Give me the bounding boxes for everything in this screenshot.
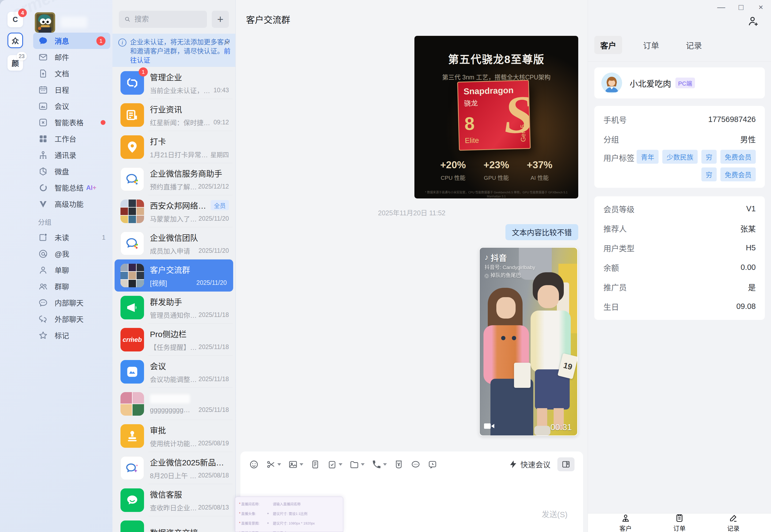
chevron-down-icon[interactable] [361, 463, 365, 466]
sidebar-item-label: 单聊 [55, 265, 69, 275]
banner-close-icon[interactable]: × [225, 38, 230, 47]
file-icon[interactable] [310, 460, 320, 469]
tab-customer[interactable]: 客户 [594, 36, 622, 54]
list-item[interactable]: 企业微信团队 成员加入申请2025/11/20 [112, 227, 235, 259]
folder-icon[interactable] [349, 460, 365, 469]
list-item[interactable]: 企业微信服务商助手 预约直播了解…2025/12/12 [112, 163, 235, 195]
chat-title: 西安众邦网络科… [150, 199, 211, 211]
chat-avatar-broadcast [120, 296, 144, 319]
user-tag[interactable]: 免费会员 [720, 150, 756, 164]
chat-time: 2025/11/18 [199, 406, 229, 414]
live-settings-popup[interactable]: *直播间名称:请输入直播间名称 *直播头像:+建议尺寸: 需设1:1比例 *直播… [235, 497, 343, 532]
sidebar-item-label: 日程 [55, 85, 69, 95]
tab-orders[interactable]: 订单 [637, 36, 665, 54]
emoji-icon[interactable] [249, 460, 259, 469]
sidebar-item-calendar[interactable]: 日程 [33, 82, 110, 98]
add-member-icon[interactable] [747, 15, 759, 28]
bottom-tab-customer[interactable]: 客户 [620, 513, 632, 532]
panel-toggle-button[interactable] [557, 457, 574, 471]
list-item[interactable]: 1 管理企业 当前企业未认证，…10:43 [112, 67, 235, 99]
sidebar-item-messages[interactable]: 消息 1 [33, 33, 110, 49]
sidebar-item-at-me[interactable]: @我 [33, 246, 110, 262]
send-button[interactable]: 发送(S) [541, 508, 567, 519]
unread-badge: 4 [18, 9, 27, 17]
app-tile-yan[interactable]: 颜 23 [7, 55, 23, 71]
close-button[interactable]: × [755, 3, 766, 12]
ai-plus-label: AI+ [86, 184, 96, 192]
chat-history-icon[interactable] [427, 460, 437, 469]
red-packet-icon[interactable] [394, 460, 404, 469]
user-tag[interactable]: 穷 [701, 150, 717, 164]
chat-preview: 使用统计功能… [150, 438, 197, 448]
sidebar: 消息 1 邮件 文档 日程 会议 智能表格 [31, 0, 112, 532]
search-input[interactable] [134, 15, 202, 24]
sidebar-item-unread[interactable]: 未读 1 [33, 229, 110, 246]
sidebar-item-docs[interactable]: 文档 [33, 65, 110, 82]
sidebar-item-drive[interactable]: 微盘 [33, 163, 110, 179]
image-message-snapdragon[interactable]: 第五代骁龙8至尊版 第三代 3nm 工艺，搭载全大核CPU架构 S Snapdr… [414, 36, 578, 198]
chevron-down-icon[interactable] [383, 463, 387, 466]
bottom-tab-orders[interactable]: 订单 [673, 513, 686, 532]
field-label: 用户类型 [604, 242, 635, 254]
sidebar-item-workbench[interactable]: 工作台 [33, 131, 110, 147]
todo-icon[interactable] [327, 460, 342, 469]
minimize-button[interactable]: — [716, 3, 727, 12]
quick-meeting-button[interactable]: 快速会议 [509, 459, 550, 470]
sidebar-item-mail[interactable]: 邮件 [33, 49, 110, 65]
list-item-selected[interactable]: 客户交流群 [视频]2025/11/20 [114, 259, 233, 292]
chat-time: 2025/11/20 [197, 279, 227, 286]
list-item[interactable]: 行业资讯 红星新闻：保时捷…09:12 [112, 99, 235, 131]
sidebar-item-external-chat[interactable]: 外部聊天 [33, 311, 110, 327]
sidebar-item-label: @我 [55, 248, 69, 259]
tab-records[interactable]: 记录 [680, 36, 708, 54]
sidebar-item-group-chat[interactable]: 群聊 [33, 278, 110, 294]
list-item[interactable]: 数据资产交接 [112, 516, 235, 532]
list-item[interactable]: 企业微信2025新品发布 8月20日上午 …2025/08/18 [112, 452, 235, 484]
list-item[interactable]: crṁeb Pro侧边栏 【任务提醒】…2025/11/18 [112, 324, 235, 356]
list-item[interactable]: ggggggggg…2025/11/18 [112, 388, 235, 420]
phone-icon[interactable] [372, 460, 387, 469]
screenshot-icon[interactable] [266, 460, 281, 469]
chat-time: 星期四 [211, 150, 229, 159]
chat-time: 2025/08/13 [198, 504, 229, 511]
maximize-button[interactable]: □ [736, 3, 746, 12]
image-icon[interactable] [288, 460, 303, 469]
list-item[interactable]: 微信客服 查收昨日企业…2025/08/13 [112, 484, 235, 516]
list-item[interactable]: 打卡 1月21日打卡异常…星期四 [112, 131, 235, 163]
sidebar-item-starred[interactable]: 标记 [33, 327, 110, 343]
video-message[interactable]: 19 ♪抖音 抖音号: Candygirlbaby Q掉队的鱼尾巴 00:31 [479, 247, 578, 436]
user-tag[interactable]: 免费会员 [720, 167, 756, 181]
chevron-down-icon[interactable] [300, 463, 303, 466]
sidebar-item-smart-table[interactable]: 智能表格 [33, 114, 110, 131]
add-chat-button[interactable]: + [212, 11, 229, 28]
sidebar-item-meeting[interactable]: 会议 [33, 98, 110, 114]
more-icon[interactable] [411, 460, 421, 469]
sidebar-item-label: 工作台 [55, 133, 76, 144]
sidebar-item-direct-chat[interactable]: 单聊 [33, 262, 110, 278]
message-timestamp: 2025年11月20日 11:52 [236, 208, 588, 217]
field-value: 是 [748, 281, 756, 293]
info-icon: i [118, 39, 126, 47]
list-item[interactable]: 审批 使用统计功能…2025/08/19 [112, 420, 235, 452]
list-item[interactable]: 群发助手 管理员通知你…2025/11/18 [112, 292, 235, 324]
user-avatar[interactable] [35, 12, 55, 33]
user-tag[interactable]: 少数民族 [662, 150, 698, 164]
search-input-wrap[interactable] [119, 11, 207, 28]
sidebar-item-contacts[interactable]: 通讯录 [33, 147, 110, 163]
user-tag[interactable]: 穷 [701, 167, 717, 181]
sidebar-item-advanced[interactable]: 高级功能 [33, 196, 110, 212]
app-tile-zhong-selected[interactable]: 众 [7, 33, 23, 48]
chevron-down-icon[interactable] [339, 463, 342, 466]
app-tile-c[interactable]: C 4 [7, 12, 23, 27]
bottom-tab-records[interactable]: 记录 [727, 513, 739, 532]
chevron-down-icon[interactable] [277, 463, 281, 466]
list-item[interactable]: 会议 会议功能调整…2025/11/18 [112, 356, 235, 388]
outgoing-text-message[interactable]: 文本内容比较不错 [505, 224, 578, 240]
sidebar-item-ai-summary[interactable]: 智能总结 AI+ [33, 179, 110, 196]
list-item[interactable]: 西安众邦网络科…全员 马蒙蒙加入了…2025/11/20 [112, 195, 235, 227]
sidebar-item-internal-chat[interactable]: 内部聊天 [33, 294, 110, 311]
chat-preview: 管理员通知你… [150, 310, 197, 320]
user-tag[interactable]: 青年 [637, 150, 659, 164]
chat-preview: ggggggggg… [150, 406, 190, 414]
chat-time: 10:43 [214, 87, 229, 94]
